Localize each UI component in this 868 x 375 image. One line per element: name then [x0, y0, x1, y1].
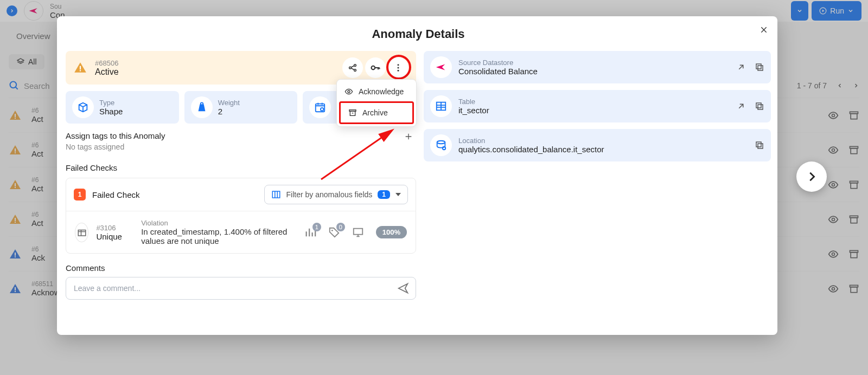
svg-point-40 [398, 70, 399, 72]
svg-rect-50 [354, 228, 363, 234]
monitor-icon[interactable] [352, 227, 364, 238]
svg-rect-33 [80, 70, 81, 71]
table-icon [430, 95, 452, 117]
comment-input-wrapper [66, 277, 416, 300]
more-dropdown: Acknowledge Archive [336, 79, 417, 127]
metric-type: TypeShape [66, 91, 179, 124]
filter-anomalous-fields[interactable]: Filter by anomalous fields 1 [264, 185, 408, 204]
copy-icon[interactable] [755, 62, 764, 72]
close-button[interactable] [758, 24, 770, 36]
tags-empty: No tags assigned [66, 143, 416, 151]
check-name: Unique [96, 232, 133, 241]
copy-icon[interactable] [755, 101, 764, 111]
tag-button[interactable]: 0 [328, 227, 340, 238]
location-icon [430, 134, 452, 156]
share-icon [348, 63, 358, 73]
svg-point-57 [443, 147, 446, 150]
anomaly-status: Active [95, 67, 119, 77]
cube-icon [72, 96, 94, 118]
weight-icon [191, 96, 213, 118]
svg-rect-51 [758, 66, 763, 70]
svg-rect-58 [758, 144, 763, 148]
info-location: Locationqualytics.consolidated_balance.i… [424, 129, 771, 161]
svg-point-46 [321, 108, 324, 111]
columns-icon [271, 190, 281, 199]
comments-title: Comments [66, 263, 416, 273]
info-table: Tableit_sector [424, 90, 771, 122]
anomaly-details-modal: Anomaly Details #68506 Active [57, 16, 777, 335]
svg-rect-59 [756, 142, 761, 147]
copy-icon[interactable] [755, 140, 764, 150]
chevron-right-icon [806, 171, 818, 183]
svg-point-56 [437, 141, 445, 144]
anomaly-header-card: #68506 Active [66, 51, 416, 85]
share-button[interactable] [342, 57, 363, 78]
score-pill: 100% [376, 226, 407, 238]
archive-icon [348, 108, 357, 117]
svg-rect-52 [756, 64, 761, 69]
failed-count-badge: 1 [74, 189, 86, 201]
anomaly-id: #68506 [95, 59, 119, 67]
svg-point-38 [398, 64, 399, 66]
svg-point-44 [200, 102, 203, 105]
add-tag-button[interactable] [404, 132, 413, 141]
svg-point-49 [331, 229, 333, 231]
check-type-icon [75, 223, 88, 242]
tags-title: Assign tags to this Anomaly [66, 131, 416, 140]
svg-rect-32 [80, 66, 81, 70]
failed-checks-title: Failed Checks [66, 163, 416, 172]
svg-rect-47 [272, 191, 280, 198]
kebab-icon [393, 63, 403, 73]
svg-rect-55 [756, 103, 761, 108]
check-id: #3106 [96, 224, 133, 232]
metric-weight: Weight2 [184, 91, 298, 124]
failed-check-label: Failed Check [92, 190, 140, 199]
calendar-icon [309, 96, 331, 118]
close-icon [760, 25, 768, 34]
svg-point-37 [372, 66, 375, 70]
next-anomaly-button[interactable] [796, 161, 827, 192]
plus-icon [404, 132, 413, 141]
failed-check-row[interactable]: #3106 Unique Violation In created_timest… [66, 211, 416, 253]
comment-input[interactable] [74, 284, 397, 293]
violation-text: In created_timestamp, 1.400% of filtered… [141, 227, 297, 245]
bar-chart-button[interactable]: 1 [304, 227, 316, 238]
chevron-down-icon [395, 193, 401, 196]
menu-acknowledge[interactable]: Acknowledge [337, 82, 416, 101]
menu-archive[interactable]: Archive [339, 101, 414, 124]
svg-point-41 [348, 90, 350, 93]
more-button[interactable] [388, 57, 409, 78]
key-button[interactable] [365, 57, 386, 78]
info-datastore: Source DatastoreConsolidated Balance [424, 51, 771, 83]
open-icon[interactable] [736, 101, 746, 111]
open-icon[interactable] [736, 62, 746, 72]
eye-icon [344, 87, 353, 96]
svg-point-39 [398, 67, 399, 69]
key-icon [370, 62, 381, 73]
svg-rect-54 [758, 105, 763, 109]
violation-label: Violation [141, 219, 297, 227]
svg-rect-48 [78, 230, 86, 236]
modal-title: Anomaly Details [65, 24, 772, 51]
send-icon[interactable] [397, 282, 409, 294]
warning-icon [73, 61, 87, 75]
datastore-icon [430, 56, 452, 78]
